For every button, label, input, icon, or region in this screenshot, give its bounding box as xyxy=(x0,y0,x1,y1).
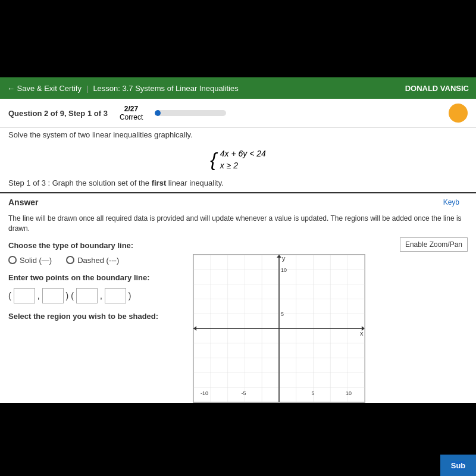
step-instruction: Step 1 of 3 : Graph the solution set of … xyxy=(0,175,476,192)
lesson-label: Lesson: 3.7 Systems of Linear Inequaliti… xyxy=(93,84,238,93)
problem-statement: Solve the system of two linear inequalit… xyxy=(0,128,476,144)
progress-bar xyxy=(155,110,226,116)
points-inputs: ( , ) ( , ) xyxy=(8,288,187,303)
main-content: Question 2 of 9, Step 1 of 3 2/27 Correc… xyxy=(0,99,476,403)
top-black-area xyxy=(0,0,476,77)
solid-radio[interactable] xyxy=(8,256,17,264)
solid-label: Solid (—) xyxy=(20,256,52,265)
keyboard-link[interactable]: Keyb xyxy=(435,197,468,208)
svg-text:5: 5 xyxy=(312,390,315,396)
svg-text:y: y xyxy=(282,255,286,262)
answer-title: Answer xyxy=(8,198,39,207)
comma-1: , xyxy=(37,291,40,300)
svg-text:-10: -10 xyxy=(201,390,208,396)
info-text: The line will be drawn once all required… xyxy=(0,211,476,237)
step-text-1: Step 1 of 3 : Graph the solution set of … xyxy=(8,178,149,187)
solid-option[interactable]: Solid (—) xyxy=(8,256,52,265)
equation2: x ≥ 2 xyxy=(220,161,266,170)
paren-close-2: ) xyxy=(129,291,131,300)
equations-list: 4x + 6y < 24 x ≥ 2 xyxy=(220,149,266,170)
step-text-2: linear inequality. xyxy=(168,178,224,187)
svg-text:x: x xyxy=(360,329,364,336)
submit-button[interactable]: Sub xyxy=(451,461,466,470)
progress-fraction: 2/27 xyxy=(124,105,138,113)
paren-close-1: ) xyxy=(66,291,69,300)
dashed-option[interactable]: Dashed (---) xyxy=(66,256,119,265)
save-exit-link[interactable]: ← Save & Exit Certify xyxy=(7,84,82,93)
right-graph: Enable Zoom/Pan xyxy=(193,237,468,403)
equation-block: { 4x + 6y < 24 x ≥ 2 xyxy=(0,149,476,170)
dashed-radio[interactable] xyxy=(66,256,74,264)
progress-area: 2/27 Correct xyxy=(120,105,143,121)
boundary-type-label: Choose the type of boundary line: xyxy=(8,241,187,250)
question-header: Question 2 of 9, Step 1 of 3 2/27 Correc… xyxy=(0,99,476,128)
paren-open-1: ( xyxy=(8,291,11,300)
point2-x-input[interactable] xyxy=(76,288,98,303)
navigation-bar: ← Save & Exit Certify | Lesson: 3.7 Syst… xyxy=(0,77,476,99)
progress-correct: Correct xyxy=(120,113,143,121)
svg-text:5: 5 xyxy=(281,311,284,317)
progress-bar-fill xyxy=(155,110,161,116)
step-bold: first xyxy=(152,178,167,187)
svg-text:10: 10 xyxy=(346,390,352,396)
region-label: Select the region you wish to be shaded: xyxy=(8,312,187,321)
nav-left: ← Save & Exit Certify | Lesson: 3.7 Syst… xyxy=(7,84,239,93)
brace-symbol: { xyxy=(210,150,217,169)
point1-y-input[interactable] xyxy=(42,288,64,303)
intro-text: Solve the system of two linear inequalit… xyxy=(8,130,468,139)
user-name: DONALD VANSIC xyxy=(405,84,469,93)
question-label: Question 2 of 9, Step 1 of 3 xyxy=(8,109,108,118)
submit-area: Sub xyxy=(440,455,476,476)
avatar xyxy=(449,104,468,123)
graph-svg: x y -10 -5 5 10 5 10 xyxy=(193,255,365,402)
point2-y-input[interactable] xyxy=(105,288,126,303)
radio-group: Solid (—) Dashed (---) xyxy=(8,256,187,265)
left-controls: Choose the type of boundary line: Solid … xyxy=(8,237,187,403)
enable-zoom-button[interactable]: Enable Zoom/Pan xyxy=(400,237,468,252)
graph-container: x y -10 -5 5 10 5 10 xyxy=(193,254,365,403)
nav-divider: | xyxy=(86,84,88,93)
comma-2: , xyxy=(100,291,102,300)
answer-section: Answer Keyb xyxy=(0,192,476,211)
points-label: Enter two points on the boundary line: xyxy=(8,273,187,282)
dashed-label: Dashed (---) xyxy=(77,256,119,265)
point1-x-input[interactable] xyxy=(14,288,35,303)
brace-system: { 4x + 6y < 24 x ≥ 2 xyxy=(210,149,266,170)
answer-body: Choose the type of boundary line: Solid … xyxy=(0,237,476,403)
svg-text:-5: -5 xyxy=(242,390,246,396)
paren-open-2: ( xyxy=(71,291,74,300)
svg-text:10: 10 xyxy=(281,267,287,273)
progress-bar-area xyxy=(155,110,226,116)
equation1: 4x + 6y < 24 xyxy=(220,149,266,158)
